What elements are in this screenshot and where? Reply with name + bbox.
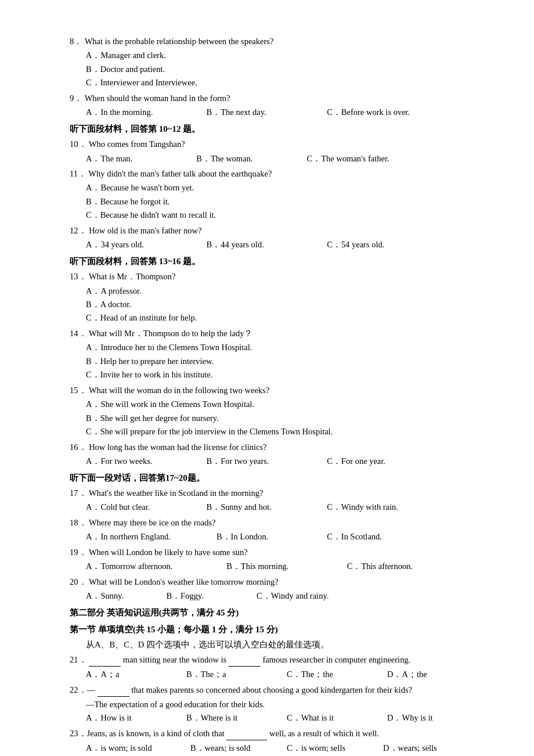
q9-option-b: B．The next day.	[207, 106, 327, 118]
q22-text: 22．— that makes parents so concerned abo…	[70, 683, 488, 697]
q23-option-c: C．is worn; sells	[287, 741, 383, 754]
q10-option-a: A．The man.	[86, 152, 196, 165]
question-11: 11． Why didn't the man's father talk abo…	[70, 167, 488, 222]
q16-text: 16． How long has the woman had the licen…	[70, 441, 488, 453]
q19-option-a: A．Tomorrow afternoon.	[86, 560, 226, 573]
q23-option-b: B．wears; is sold	[190, 741, 287, 754]
q10-option-b: B．The woman.	[196, 152, 306, 165]
q21-blank1	[89, 653, 121, 667]
q23-options-inline: A．is worn; is sold B．wears; is sold C．is…	[86, 741, 488, 754]
q16-option-a: A．For two weeks.	[86, 455, 207, 467]
q22-response: —The expectation of a good education for…	[86, 698, 488, 711]
q17-options-inline: A．Cold but clear. B．Sunny and hot. C．Win…	[86, 501, 488, 513]
q22-option-d: D．Why is it	[387, 711, 488, 724]
q13-option-b: B．A doctor.	[86, 298, 488, 311]
q17-option-c: C．Windy with rain.	[327, 501, 488, 513]
section-header-17-20: 听下面一段对话，回答第17~20题。	[70, 471, 488, 485]
q17-text: 17． What's the weather like in Scotland …	[70, 487, 488, 499]
question-22: 22．— that makes parents so concerned abo…	[70, 683, 488, 725]
q9-text: 9． When should the woman hand in the for…	[70, 92, 488, 105]
q22-options-inline: A．How is it B．Where is it C．What is it D…	[86, 711, 488, 724]
q14-option-b: B．Help her to prepare her interview.	[86, 355, 488, 368]
q22-option-a: A．How is it	[86, 711, 186, 724]
q21-option-c: C．The；the	[287, 668, 387, 681]
q12-option-a: A．34 years old.	[86, 238, 207, 251]
question-9: 9． When should the woman hand in the for…	[70, 92, 488, 119]
q12-option-c: C．54 years old.	[327, 238, 488, 251]
q9-options-inline: A．In the morning. B．The next day. C．Befo…	[86, 106, 488, 118]
q14-option-a: A．Introduce her to the Clemens Town Hosp…	[86, 341, 488, 354]
q17-option-b: B．Sunny and hot.	[207, 501, 327, 513]
q21-blank2	[229, 653, 261, 667]
question-16: 16． How long has the woman had the licen…	[70, 441, 488, 468]
q22-option-b: B．Where is it	[186, 711, 287, 724]
question-13: 13． What is Mr．Thompson? A．A professor. …	[70, 270, 488, 325]
q21-text: 21． man sitting near the window is famou…	[70, 653, 488, 667]
q20-option-c: C．Windy and rainy.	[257, 589, 488, 602]
q16-option-c: C．For one year.	[327, 455, 488, 467]
q19-option-c: C．This afternoon.	[347, 560, 488, 573]
q18-option-c: C．In Scotland.	[327, 530, 488, 543]
q15-option-a: A．She will work in the Clemens Town Hosp…	[86, 398, 488, 411]
q21-options-inline: A．A；a B．The；a C．The；the D．A；the	[86, 668, 488, 681]
q20-options-inline: A．Sunny. B．Foggy. C．Windy and rainy.	[86, 589, 488, 602]
question-8: 8． What is the probable relationship bet…	[70, 35, 488, 89]
q14-option-c: C．Invite her to work in his institute.	[86, 368, 488, 381]
q21-num: 21．	[70, 655, 87, 664]
q8-text: 8． What is the probable relationship bet…	[70, 35, 488, 48]
q18-option-b: B．In London.	[217, 530, 327, 543]
q19-options-inline: A．Tomorrow afternoon. B．This morning. C．…	[86, 560, 488, 573]
q21-option-b: B．The；a	[186, 668, 287, 681]
q21-option-d: D．A；the	[387, 668, 488, 681]
q16-options-inline: A．For two weeks. B．For two years. C．For …	[86, 455, 488, 467]
q23-blank	[226, 727, 267, 740]
q9-option-c: C．Before work is over.	[327, 106, 488, 118]
q23-option-d: D．wears; sells	[383, 741, 488, 754]
q19-option-b: B．This morning.	[226, 560, 347, 573]
question-18: 18． Where may there be ice on the roads?…	[70, 516, 488, 543]
q12-text: 12． How old is the man's father now?	[70, 224, 488, 237]
question-20: 20． What will be London's weather like t…	[70, 575, 488, 603]
q12-options-inline: A．34 years old. B．44 years old. C．54 yea…	[86, 238, 488, 251]
q10-option-c: C．The woman's father.	[307, 152, 488, 165]
part2-sec1-header: 第一节 单项填空(共 15 小题；每小题 1 分，满分 15 分)	[70, 623, 488, 636]
q18-options-inline: A．In northern England. B．In London. C．In…	[86, 530, 488, 543]
q9-option-a: A．In the morning.	[86, 106, 207, 118]
q8-option-b: B．Doctor and patient.	[86, 63, 488, 75]
q8-option-a: A．Manager and clerk.	[86, 49, 488, 62]
q11-text: 11． Why didn't the man's father talk abo…	[70, 167, 488, 180]
q14-text: 14． What will Mr．Thompson do to help the…	[70, 327, 488, 340]
q19-text: 19． When will London be likely to have s…	[70, 546, 488, 559]
question-10: 10． Who comes from Tangshan? A．The man. …	[70, 138, 488, 165]
q15-option-b: B．She will get her degree for nursery.	[86, 412, 488, 424]
q20-option-b: B．Foggy.	[166, 589, 257, 602]
q22-option-c: C．What is it	[287, 711, 387, 724]
question-12: 12． How old is the man's father now? A．3…	[70, 224, 488, 251]
q21-option-a: A．A；a	[86, 668, 186, 681]
q17-option-a: A．Cold but clear.	[86, 501, 207, 513]
q22-blank	[98, 683, 129, 697]
question-21: 21． man sitting near the window is famou…	[70, 653, 488, 681]
q13-option-a: A．A professor.	[86, 285, 488, 297]
question-17: 17． What's the weather like in Scotland …	[70, 487, 488, 514]
q15-text: 15． What will the woman do in the follow…	[70, 384, 488, 397]
q23-option-a: A．is worn; is sold	[86, 741, 190, 754]
q11-option-c: C．Because he didn't want to recall it.	[86, 208, 488, 221]
q8-option-c: C．Interviewer and Interviewee.	[86, 76, 488, 89]
exam-content: 8． What is the probable relationship bet…	[70, 35, 488, 756]
q10-text: 10． Who comes from Tangshan?	[70, 138, 488, 150]
q23-text: 23．Jeans, as is known, is a kind of clot…	[70, 727, 488, 740]
q11-option-b: B．Because he forgot it.	[86, 195, 488, 208]
q18-option-a: A．In northern England.	[86, 530, 217, 543]
question-14: 14． What will Mr．Thompson do to help the…	[70, 327, 488, 381]
q10-options-inline: A．The man. B．The woman. C．The woman's fa…	[86, 152, 488, 165]
q15-option-c: C．She will prepare for the job interview…	[86, 425, 488, 438]
question-19: 19． When will London be likely to have s…	[70, 546, 488, 573]
q13-text: 13． What is Mr．Thompson?	[70, 270, 488, 283]
q20-option-a: A．Sunny.	[86, 589, 166, 602]
section-header-13-16: 听下面段材料，回答第 13~16 题。	[70, 255, 488, 268]
part2-header: 第二部分 英语知识运用(共两节，满分 45 分)	[70, 606, 488, 620]
q20-text: 20． What will be London's weather like t…	[70, 575, 488, 588]
q12-option-b: B．44 years old.	[207, 238, 327, 251]
q16-option-b: B．For two years.	[207, 455, 327, 467]
